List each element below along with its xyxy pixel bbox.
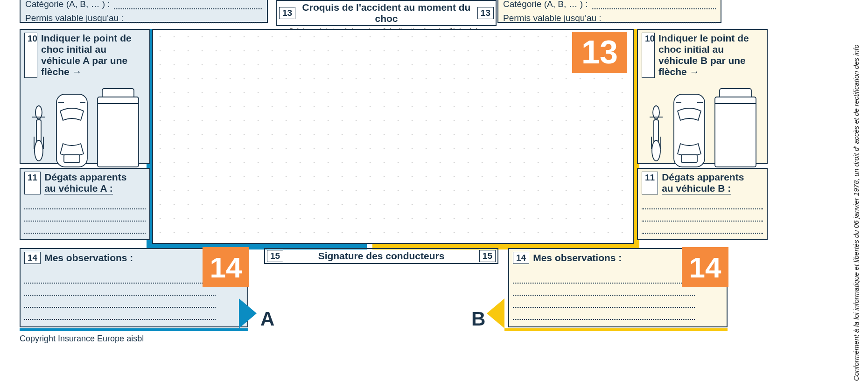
- section-11b-l1: Dégats apparents: [662, 172, 744, 183]
- section-11a-lines[interactable]: [24, 197, 146, 234]
- section-10-b: 10 Indiquer le point de choc initial au …: [637, 29, 768, 164]
- label-categorie: Catégorie (A, B, … ) :: [25, 0, 110, 9]
- section-10b-num: 10: [642, 33, 655, 78]
- top-left-driver-info: Catégorie (A, B, … ) : Permis valable ju…: [20, 0, 268, 23]
- section-11a-num: 11: [24, 172, 41, 194]
- input-categorie-b[interactable]: [592, 0, 716, 9]
- tag-13: 13: [572, 32, 627, 73]
- side-legal-text: Conformément à la loi informatique et li…: [852, 0, 866, 381]
- section-11-a: 11 Dégats apparents au véhicule A :: [20, 168, 150, 240]
- label-permis-b: Permis valable jusqu'au :: [503, 13, 602, 23]
- svg-rect-2: [36, 120, 41, 142]
- motorcycle-icon: [646, 104, 666, 169]
- underline-a: [20, 328, 248, 331]
- svg-point-16: [652, 140, 660, 161]
- vehicles-b[interactable]: [638, 88, 767, 169]
- svg-rect-15: [654, 120, 658, 142]
- section-13-title: Croquis de l'accident au moment du choc: [299, 2, 474, 24]
- section-11b-lines[interactable]: [642, 197, 763, 234]
- tag-14-b: 14: [682, 247, 728, 287]
- truck-icon: [95, 88, 141, 169]
- section-10a-title: Indiquer le point de choc initial au véh…: [41, 33, 146, 78]
- svg-rect-7: [64, 155, 80, 162]
- truck-icon: [712, 88, 759, 169]
- input-permis-a[interactable]: [127, 13, 262, 23]
- car-icon: [54, 92, 90, 169]
- input-permis-b[interactable]: [605, 13, 716, 23]
- section-15-title: Signature des conducteurs: [287, 250, 476, 262]
- section-10a-num: 10: [24, 33, 37, 78]
- section-10b-title: Indiquer le point de choc initial au véh…: [658, 33, 763, 78]
- tag-14-a: 14: [203, 247, 249, 287]
- section-11b-l2: au véhicule B :: [662, 183, 731, 194]
- letter-a: A: [260, 308, 274, 330]
- section-11b-num: 11: [642, 172, 658, 194]
- vehicles-a[interactable]: [21, 88, 149, 169]
- arrow-b-icon: [487, 298, 504, 328]
- section-15: 15 Signature des conducteurs 15: [264, 248, 498, 264]
- section-13-num-right: 13: [477, 7, 494, 19]
- svg-rect-11: [98, 97, 139, 167]
- svg-rect-24: [715, 97, 756, 167]
- copyright: Copyright Insurance Europe aisbl: [20, 334, 144, 344]
- section-14b-num: 14: [513, 252, 529, 264]
- section-14-a: 14 Mes observations : 14: [20, 248, 248, 327]
- svg-point-3: [35, 140, 43, 161]
- car-icon: [671, 92, 707, 169]
- underline-b: [504, 328, 728, 331]
- letter-b: B: [471, 308, 485, 330]
- label-categorie-b: Catégorie (A, B, … ) :: [503, 0, 588, 9]
- section-11a-l1: Dégats apparents: [44, 172, 126, 183]
- section-14b-title: Mes observations :: [533, 252, 622, 263]
- section-10-a: 10 Indiquer le point de choc initial au …: [20, 29, 150, 164]
- input-categorie-a[interactable]: [114, 0, 262, 9]
- label-permis: Permis valable jusqu'au :: [25, 13, 124, 23]
- section-15-num-right: 15: [479, 250, 496, 262]
- top-right-driver-info: Catégorie (A, B, … ) : Permis valable ju…: [497, 0, 721, 23]
- section-15-num-left: 15: [267, 250, 283, 262]
- section-14a-title: Mes observations :: [44, 252, 133, 263]
- section-11-b: 11 Dégats apparents au véhicule B :: [637, 168, 768, 240]
- section-14a-num: 14: [24, 252, 41, 264]
- section-13-num-left: 13: [279, 7, 295, 19]
- arrow-a-icon: [239, 298, 257, 328]
- section-14-b: 14 Mes observations : 14: [508, 248, 728, 327]
- svg-rect-20: [681, 155, 697, 162]
- sketch-grid[interactable]: [152, 29, 634, 244]
- motorcycle-icon: [28, 104, 49, 169]
- section-11a-l2: au véhicule A :: [44, 183, 113, 194]
- sketch-frame: 13: [152, 29, 634, 244]
